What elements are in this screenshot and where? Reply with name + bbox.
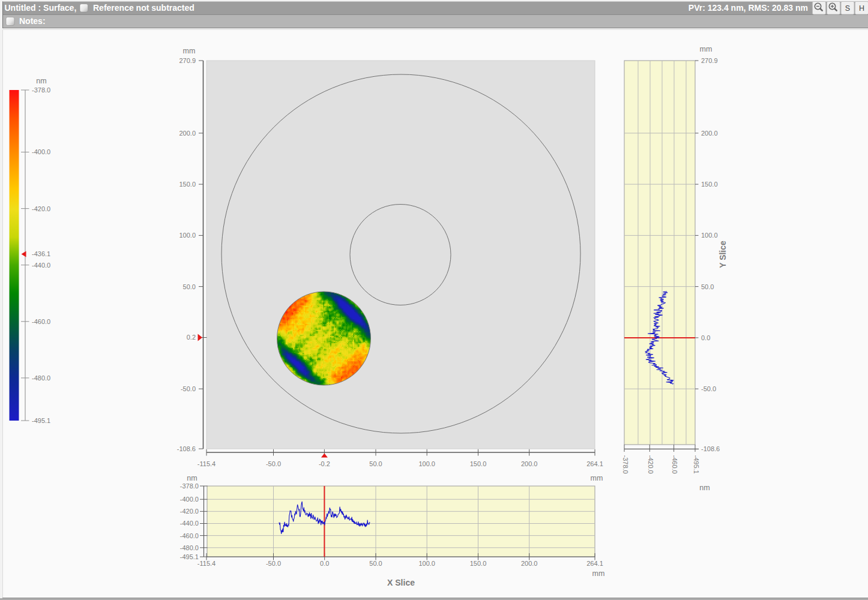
svg-text:-115.4: -115.4	[197, 560, 215, 567]
svg-text:-420.0: -420.0	[647, 455, 654, 474]
svg-text:-378.0: -378.0	[622, 455, 629, 474]
svg-text:270.9: 270.9	[701, 57, 718, 64]
svg-text:mm: mm	[591, 474, 603, 482]
svg-text:-460.0: -460.0	[180, 532, 199, 539]
svg-text:-460.0: -460.0	[671, 455, 678, 474]
svg-text:150.0: 150.0	[470, 560, 487, 567]
svg-text:-495.1: -495.1	[693, 455, 700, 474]
svg-text:100.0: 100.0	[179, 232, 196, 239]
svg-text:0.0: 0.0	[320, 560, 329, 567]
svg-text:50.0: 50.0	[701, 283, 714, 290]
svg-text:nm: nm	[36, 77, 46, 85]
svg-text:PVr: 123.4 nm, RMS: 20.83 nm: PVr: 123.4 nm, RMS: 20.83 nm	[689, 3, 808, 13]
svg-text:-480.0: -480.0	[32, 374, 50, 382]
svg-text:nm: nm	[187, 474, 197, 482]
svg-text:-50.0: -50.0	[266, 560, 281, 567]
svg-text:H: H	[859, 4, 864, 13]
svg-text:0.0: 0.0	[701, 334, 710, 341]
svg-text:-50.0: -50.0	[181, 385, 196, 392]
svg-text:100.0: 100.0	[701, 232, 718, 239]
svg-text:nm: nm	[699, 484, 710, 492]
svg-text:-50.0: -50.0	[266, 460, 281, 467]
svg-text:-0.2: -0.2	[319, 460, 330, 467]
svg-text:100.0: 100.0	[418, 560, 435, 567]
svg-text:264.1: 264.1	[586, 560, 603, 567]
svg-text:50.0: 50.0	[369, 460, 382, 467]
svg-text:Y Slice: Y Slice	[718, 241, 728, 268]
svg-text:-495.1: -495.1	[180, 553, 199, 560]
svg-text:-115.4: -115.4	[197, 460, 215, 467]
svg-text:50.0: 50.0	[369, 560, 382, 567]
svg-text:150.0: 150.0	[179, 181, 196, 188]
svg-text:-108.6: -108.6	[701, 445, 720, 452]
svg-text:-400.0: -400.0	[180, 496, 199, 503]
svg-text:270.9: 270.9	[179, 57, 196, 64]
svg-text:-440.0: -440.0	[180, 520, 199, 527]
svg-text:-420.0: -420.0	[32, 205, 50, 212]
svg-text:200.0: 200.0	[521, 560, 538, 567]
svg-text:0.2: 0.2	[187, 334, 196, 341]
svg-text:mm: mm	[183, 47, 196, 55]
svg-text:Notes:: Notes:	[19, 16, 46, 26]
svg-text:100.0: 100.0	[418, 460, 435, 467]
svg-text:Untitled : Surface,: Untitled : Surface,	[5, 3, 77, 13]
svg-text:200.0: 200.0	[179, 130, 196, 137]
svg-text:mm: mm	[700, 45, 713, 53]
svg-text:200.0: 200.0	[701, 130, 718, 137]
svg-text:264.1: 264.1	[586, 460, 603, 467]
svg-text:Reference not subtracted: Reference not subtracted	[93, 3, 194, 13]
svg-text:50.0: 50.0	[183, 283, 196, 290]
svg-text:-400.0: -400.0	[32, 148, 50, 155]
svg-text:-50.0: -50.0	[701, 385, 716, 392]
svg-text:S: S	[845, 4, 850, 13]
svg-text:200.0: 200.0	[521, 460, 538, 467]
svg-text:-108.6: -108.6	[177, 445, 196, 452]
svg-text:-460.0: -460.0	[32, 318, 50, 325]
svg-text:-495.1: -495.1	[32, 417, 50, 424]
svg-text:-436.1: -436.1	[32, 250, 50, 257]
svg-text:-378.0: -378.0	[180, 482, 199, 490]
svg-text:150.0: 150.0	[470, 460, 487, 467]
svg-text:mm: mm	[592, 569, 605, 578]
svg-text:-440.0: -440.0	[32, 262, 50, 269]
svg-text:150.0: 150.0	[701, 181, 718, 188]
svg-text:X Slice: X Slice	[387, 578, 415, 587]
svg-text:-480.0: -480.0	[180, 544, 199, 551]
svg-text:-378.0: -378.0	[32, 86, 50, 94]
svg-text:-420.0: -420.0	[180, 508, 199, 515]
